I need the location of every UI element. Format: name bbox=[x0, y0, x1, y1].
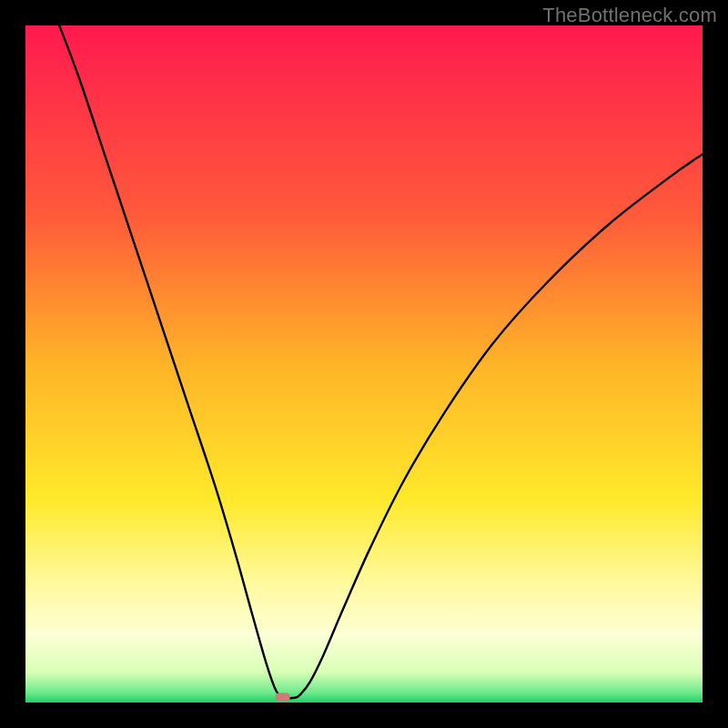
bottleneck-chart bbox=[25, 25, 703, 703]
watermark-text: TheBottleneck.com bbox=[542, 4, 717, 27]
chart-frame bbox=[25, 25, 703, 703]
gradient-background bbox=[25, 25, 703, 703]
minimum-marker bbox=[276, 693, 290, 702]
